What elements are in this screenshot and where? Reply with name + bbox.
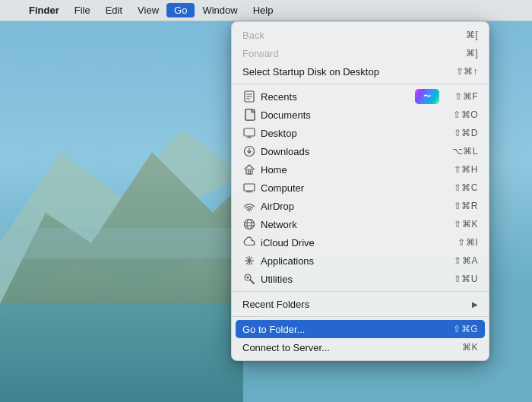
menu-item-connect-to-server[interactable]: Connect to Server... ⌘K [232,338,489,356]
menu-item-desktop-shortcut: ⇧⌘D [454,128,478,138]
go-menu[interactable]: Go [166,3,195,17]
menu-item-back-label: Back [242,30,466,41]
menu-item-go-to-folder[interactable]: Go to Folder... ⇧⌘G [236,320,485,338]
menu-item-home-label: Home [261,164,454,176]
menu-item-airdrop-shortcut: ⇧⌘R [454,201,478,211]
recents-icon [242,90,256,103]
menu-item-forward-shortcut: ⌘] [466,48,478,59]
menu-item-utilities-label: Utilities [261,274,454,285]
menu-item-desktop-label: Desktop [261,128,454,139]
menu-item-utilities[interactable]: Utilities ⇧⌘U [232,270,489,288]
menu-item-recent-folders-label: Recent Folders [242,299,472,310]
finder-menu[interactable]: Finder [21,3,67,17]
separator-2 [232,291,489,292]
menu-item-applications-shortcut: ⇧⌘A [454,255,478,266]
menu-item-documents-label: Documents [261,109,453,121]
window-menu[interactable]: Window [195,3,245,17]
menu-item-back-shortcut: ⌘[ [466,30,478,40]
svg-rect-4 [0,304,243,402]
menu-item-startup-disk-label: Select Startup Disk on Desktop [242,66,456,78]
menu-item-startup-disk[interactable]: Select Startup Disk on Desktop ⇧⌘↑ [232,62,489,81]
documents-icon [242,108,256,122]
menu-item-startup-disk-shortcut: ⇧⌘↑ [456,66,479,77]
menu-item-icloud-drive-shortcut: ⇧⌘I [458,237,478,248]
menu-item-recents-shortcut: ⇧⌘F [454,91,478,102]
file-menu[interactable]: File [67,3,98,17]
menu-item-airdrop-label: AirDrop [261,201,454,212]
edit-menu[interactable]: Edit [98,3,130,17]
view-menu[interactable]: View [130,3,166,17]
menu-item-documents-shortcut: ⇧⌘O [453,109,478,120]
menu-item-network-shortcut: ⇧⌘K [454,219,478,229]
menu-item-recents[interactable]: Recents 〜 ⇧⌘F [232,87,489,106]
menu-item-desktop[interactable]: Desktop ⇧⌘D [232,124,489,142]
separator-1 [232,84,489,84]
applications-icon [242,254,256,267]
menu-item-connect-to-server-shortcut: ⌘K [462,342,478,353]
svg-point-22 [249,210,250,212]
menu-item-forward-label: Forward [242,48,466,59]
downloads-icon [242,144,256,158]
airdrop-icon [242,199,256,213]
submenu-arrow: ▶ [472,300,478,309]
menu-item-network[interactable]: Network ⇧⌘K [232,215,489,233]
svg-rect-13 [244,128,255,136]
separator-3 [232,316,489,317]
menu-item-airdrop[interactable]: AirDrop ⇧⌘R [232,197,489,215]
svg-rect-20 [244,184,255,191]
menu-item-icloud-drive[interactable]: iCloud Drive ⇧⌘I [232,233,489,252]
svg-rect-19 [249,171,251,174]
menu-item-home-shortcut: ⇧⌘H [454,164,478,175]
menu-item-forward[interactable]: Forward ⌘] [232,44,489,62]
network-icon [242,217,256,231]
menu-item-documents[interactable]: Documents ⇧⌘O [232,106,489,124]
menu-item-utilities-shortcut: ⇧⌘U [454,274,478,284]
desktop-icon [242,126,256,140]
menu-item-computer-label: Computer [261,182,454,194]
menu-item-back[interactable]: Back ⌘[ [232,26,489,44]
menu-item-go-to-folder-shortcut: ⇧⌘G [453,324,478,334]
svg-rect-18 [246,169,252,174]
menu-item-downloads-shortcut: ⌥⌘L [452,146,478,157]
go-dropdown-menu: Back ⌘[ Forward ⌘] Select Startup Disk o… [231,21,489,361]
svg-line-32 [250,280,254,283]
computer-icon [242,181,256,195]
svg-point-24 [247,220,252,229]
help-menu[interactable]: Help [245,3,281,17]
menu-item-applications-label: Applications [261,255,454,267]
menubar: Finder File Edit View Go Window Help [0,0,532,21]
menu-item-icloud-drive-label: iCloud Drive [261,237,458,248]
menu-item-home[interactable]: Home ⇧⌘H [232,160,489,179]
menu-item-recent-folders[interactable]: Recent Folders ▶ [232,295,489,313]
menu-item-downloads[interactable]: Downloads ⌥⌘L [232,142,489,160]
menu-item-network-label: Network [261,219,454,230]
svg-rect-5 [0,228,243,258]
menu-item-connect-to-server-label: Connect to Server... [242,342,462,353]
menu-item-computer[interactable]: Computer ⇧⌘C [232,179,489,197]
svg-point-23 [245,220,255,229]
menu-item-computer-shortcut: ⇧⌘C [454,182,478,193]
menu-item-downloads-label: Downloads [261,146,452,157]
home-icon [242,163,256,176]
menu-item-go-to-folder-label: Go to Folder... [242,324,453,335]
utilities-icon [242,272,256,286]
icloud-drive-icon [242,236,256,249]
menu-item-applications[interactable]: Applications ⇧⌘A [232,252,489,270]
